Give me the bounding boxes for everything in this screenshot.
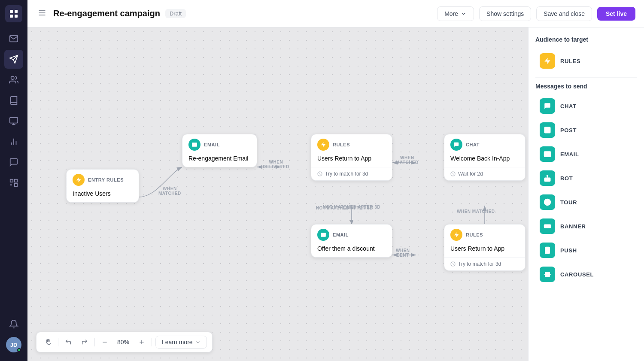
set-live-button[interactable]: Set live <box>597 7 635 21</box>
entry-rules-node[interactable]: ENTRY RULES Inactive Users <box>66 169 139 203</box>
save-close-button[interactable]: Save and close <box>536 6 592 21</box>
node-icon-rules1 <box>317 139 329 151</box>
panel-divider <box>535 77 637 78</box>
node-content-rules1: Users Return to App <box>311 153 392 167</box>
toolbar-divider-2 <box>94 338 95 346</box>
sidebar-item-add-widget[interactable] <box>4 173 23 192</box>
panel-item-label-chat: CHAT <box>560 103 577 109</box>
page-title: Re-engagement campaign <box>53 9 160 18</box>
rules-node-1[interactable]: RULES Users Return to App Try to match f… <box>311 134 392 181</box>
node-header-rules1: RULES <box>311 134 392 153</box>
undo-button[interactable] <box>62 336 75 349</box>
svg-rect-40 <box>544 178 550 181</box>
node-footer-rules2: Try to match for 3d <box>444 257 525 270</box>
show-settings-button[interactable]: Show settings <box>479 6 531 21</box>
svg-marker-26 <box>76 177 81 182</box>
svg-rect-7 <box>10 118 18 123</box>
panel-item-tour[interactable]: TOUR <box>535 191 637 213</box>
svg-marker-27 <box>321 142 326 147</box>
svg-point-41 <box>547 175 548 176</box>
sidebar-item-knowledge[interactable] <box>4 91 23 110</box>
panel-item-icon-tour <box>540 194 555 210</box>
sidebar-item-chat-bottom[interactable] <box>4 153 23 172</box>
panel-item-label-email: EMAIL <box>560 151 579 158</box>
zoom-out-button[interactable] <box>98 336 111 349</box>
sidebar-item-messages[interactable] <box>4 112 23 130</box>
toolbar-divider-1 <box>58 338 58 346</box>
panel-item-bot[interactable]: BOT <box>535 167 637 189</box>
audience-section-title: Audience to target <box>535 36 637 43</box>
sidebar-item-reports[interactable] <box>4 132 23 151</box>
panel-item-icon-carousel <box>540 267 555 282</box>
panel-item-icon-chat <box>540 98 555 114</box>
node-header-email1: EMAIL <box>182 134 257 153</box>
panel-item-icon-email <box>540 146 555 162</box>
panel-item-push[interactable]: PUSH <box>535 239 637 261</box>
svg-rect-13 <box>10 179 13 182</box>
sidebar-item-notifications[interactable] <box>4 315 23 334</box>
panel-item-carousel[interactable]: CAROUSEL <box>535 263 637 285</box>
email-node-1[interactable]: EMAIL Re-engagement Email <box>182 134 257 167</box>
learn-more-button[interactable]: Learn more <box>155 336 207 349</box>
zoom-level: 80% <box>115 339 132 346</box>
panel-item-icon-banner <box>540 218 555 234</box>
main-content: Re-engagement campaign Draft More Show s… <box>27 0 644 361</box>
online-indicator <box>17 348 21 352</box>
panel-item-label-banner: BANNER <box>560 223 586 230</box>
node-icon-email1 <box>188 139 200 151</box>
node-type-rules1: RULES <box>333 142 350 147</box>
svg-rect-51 <box>545 272 550 277</box>
email-node-2[interactable]: EMAIL Offer them a discount <box>311 224 392 258</box>
svg-rect-15 <box>15 184 17 186</box>
node-header: ENTRY RULES <box>67 170 139 188</box>
node-icon-chat <box>450 139 462 151</box>
node-icon-entry <box>73 174 85 186</box>
toolbar-divider-3 <box>152 338 152 346</box>
node-type-email2: EMAIL <box>333 232 349 237</box>
svg-rect-1 <box>15 10 18 13</box>
panel-item-banner[interactable]: BANNER <box>535 215 637 237</box>
node-icon-email2 <box>317 229 329 241</box>
more-button[interactable]: More <box>437 6 474 21</box>
node-content-rules2: Users Return to App <box>444 243 525 257</box>
sidebar: JD <box>0 0 27 361</box>
rules-node-2[interactable]: RULES Users Return to App Try to match f… <box>444 224 526 271</box>
svg-marker-35 <box>544 58 550 64</box>
menu-icon[interactable] <box>36 7 48 21</box>
panel-item-rules-audience[interactable]: RULES <box>535 50 637 72</box>
node-content-email2: Offer them a discount <box>311 243 392 257</box>
chat-node[interactable]: CHAT Welcome Back In-App Wait for 2d <box>444 134 526 181</box>
panel-item-chat[interactable]: CHAT <box>535 95 637 117</box>
user-avatar[interactable]: JD <box>6 337 21 352</box>
node-header-rules2: RULES <box>444 224 525 243</box>
sidebar-bottom: JD <box>4 315 23 356</box>
sidebar-item-inbox[interactable] <box>4 29 23 48</box>
panel-item-label-push: PUSH <box>560 247 577 254</box>
svg-marker-30 <box>454 232 459 237</box>
zoom-in-button[interactable] <box>135 336 148 349</box>
node-icon-rules2 <box>450 229 462 241</box>
panel-item-icon-rules-audience <box>540 53 555 69</box>
flow-canvas[interactable]: ENTRY RULES Inactive Users WHENMATCHED E… <box>27 27 528 361</box>
node-type-entry: ENTRY RULES <box>88 177 124 182</box>
redo-button[interactable] <box>78 336 91 349</box>
node-content-chat: Welcome Back In-App <box>444 153 525 167</box>
sidebar-item-contacts[interactable] <box>4 70 23 89</box>
node-footer-rules1: Try to match for 3d <box>311 167 392 180</box>
svg-rect-0 <box>10 10 13 13</box>
status-badge: Draft <box>165 9 186 18</box>
node-type-rules2: RULES <box>466 232 483 237</box>
hand-tool-button[interactable] <box>42 336 55 349</box>
header: Re-engagement campaign Draft More Show s… <box>27 0 644 27</box>
node-content-entry: Inactive Users <box>67 188 139 202</box>
when-delivered-label: WHENDELIVERED <box>263 160 289 169</box>
panel-item-post[interactable]: POST <box>535 119 637 141</box>
panel-item-email[interactable]: EMAIL <box>535 143 637 165</box>
not-matched-3d-label: NOT MATCHED AFTER 3D <box>316 206 373 210</box>
sidebar-item-campaigns[interactable] <box>4 50 23 69</box>
svg-rect-3 <box>15 15 18 18</box>
node-type-email1: EMAIL <box>204 142 220 147</box>
panel-item-label-rules-audience: RULES <box>560 58 580 64</box>
app-logo[interactable] <box>5 5 22 22</box>
node-header-email2: EMAIL <box>311 224 392 243</box>
